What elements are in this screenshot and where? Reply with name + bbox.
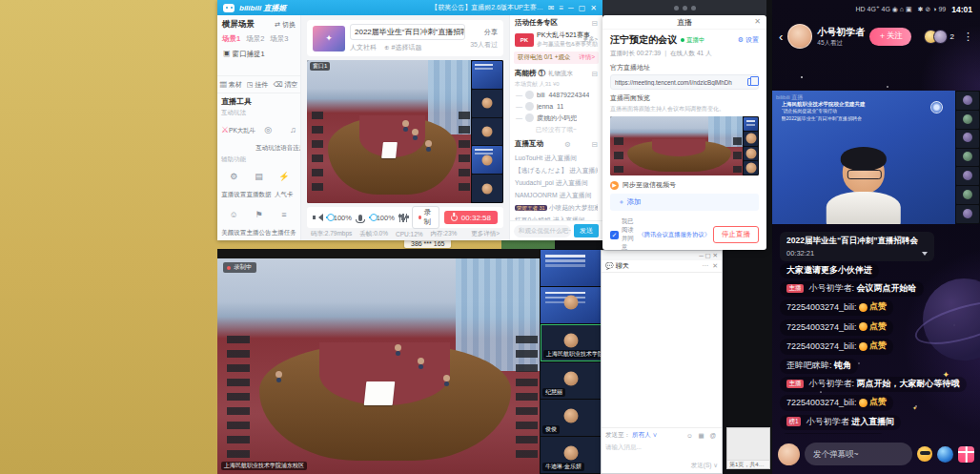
scene-action-button[interactable]: ▦ 素材 <box>220 80 242 90</box>
participant-tile <box>472 90 502 117</box>
tool-button[interactable]: ▤直播数据 <box>246 166 271 200</box>
chat-send-button[interactable]: 发送(S) ∨ <box>605 462 718 470</box>
online-viewers[interactable]: 2 <box>924 30 958 44</box>
room-title: 2022届毕业生“百日冲刺”直播招聘会 <box>786 236 928 247</box>
gear-icon[interactable]: ⚙ <box>564 140 571 149</box>
dialog-close-icon[interactable]: ✕ <box>754 17 761 26</box>
topic-tag[interactable]: ⊕ #选择话题 <box>384 43 421 52</box>
send-to-label: 发送至： <box>605 431 630 440</box>
microphone-icon[interactable] <box>358 215 362 221</box>
tool-button[interactable]: ⚡人气卡 <box>272 166 296 200</box>
back-icon[interactable]: ‹ <box>779 30 783 44</box>
pk-event-banner[interactable]: PK PK大乱斗521赛事 参与赢流量包&赛事奖励 更多> <box>510 30 602 50</box>
room-title-input[interactable]: 2022届毕业生“百日冲刺”直播招聘会 <box>350 24 465 40</box>
scene-switch-button[interactable]: ⇄ 切换 <box>275 20 296 30</box>
rank-row: —虞姚的小码兜 <box>510 112 602 124</box>
tool-button[interactable]: ≡主播任务 <box>272 204 296 238</box>
add-button[interactable]: ＋ 添加 <box>610 194 759 211</box>
scene-tab[interactable]: 场景2 <box>246 34 264 44</box>
streamer-avatar[interactable] <box>787 24 812 49</box>
meeting-id-toolbar[interactable]: 386 *** 165 <box>404 239 451 248</box>
emoji-icon[interactable] <box>917 446 932 462</box>
scene-action-button[interactable]: ⌫ 清空 <box>274 80 298 90</box>
interactive-orb-icon[interactable] <box>937 446 953 463</box>
mixer-icon[interactable] <box>399 214 408 222</box>
collapse-icon[interactable]: ⊟ <box>592 140 598 149</box>
speaker-video: 上海民航职业技术学院校企党建共建 “访企拓岗促就业”专项行动 暨2022届毕业生… <box>772 91 955 224</box>
send-button[interactable]: 发送 <box>574 224 599 237</box>
window-controls[interactable]: ─ ▢ ✕ <box>602 251 722 260</box>
danmaku-input[interactable]: 发个弹幕呗~ <box>805 443 912 465</box>
minimize-button[interactable]: ─ <box>568 4 574 12</box>
participant-tile[interactable] <box>541 287 602 323</box>
participant-avatar <box>564 372 579 386</box>
tool-icon: ⚑ <box>255 210 262 219</box>
banner-more-link[interactable]: 更多> <box>582 35 598 44</box>
kebab-menu-icon[interactable]: ⋮ <box>963 31 973 43</box>
stop-stream-button[interactable]: 00:32:58 <box>444 211 498 224</box>
gift-flow-label[interactable]: 礼物流水 <box>548 70 573 78</box>
stop-live-button[interactable]: 停止直播 <box>713 226 759 243</box>
room-cover-image[interactable] <box>313 26 345 52</box>
participant-tile[interactable]: 牛迪琳·金乐妍 <box>541 437 602 473</box>
collapse-icon[interactable]: ⊟ <box>592 19 598 28</box>
tool-button[interactable]: ♫语音连麦 <box>280 119 301 154</box>
like-emote: 点赞 <box>859 301 887 313</box>
room-info-card[interactable]: 2022届毕业生“百日冲刺”直播招聘会 00:32:21 <box>780 232 934 261</box>
follow-button[interactable]: ＋关注 <box>869 28 911 46</box>
window-behind-strip <box>602 0 766 15</box>
send-to-select[interactable]: 所有人 ∨ <box>632 431 658 440</box>
chevron-down-icon[interactable] <box>922 252 928 256</box>
compose-icons[interactable]: ☺ ▦ @ <box>686 432 718 440</box>
scene-tab[interactable]: 场景1 <box>222 34 240 44</box>
live-url[interactable]: https://meeting.tencent.com/l/ndzicBqlMh… <box>615 79 745 86</box>
speaker-icon[interactable] <box>313 214 321 222</box>
agree-text: 我已阅读并同意 <box>622 217 635 250</box>
danmaku-input[interactable]: 和观众侃侃什么吧~ <box>514 225 571 237</box>
chat-close-icon[interactable]: ✕ <box>712 262 718 270</box>
announcement-marquee[interactable]: 【获奖公告】直播姬2.6版本UP主赛… <box>431 3 542 12</box>
tool-button[interactable]: ☺美颜设置 <box>221 204 246 238</box>
mic-volume-slider[interactable] <box>369 216 372 218</box>
more-details-link[interactable]: 更多详情> <box>471 230 500 238</box>
maximize-button[interactable]: ▢ <box>579 4 586 12</box>
participant-tile[interactable] <box>541 250 602 286</box>
tool-button[interactable]: ⚔PK大乱斗 <box>221 119 255 154</box>
scene-action-button[interactable]: ◳ 挂件 <box>247 80 269 90</box>
scene-tab[interactable]: 场景3 <box>270 34 288 44</box>
chat-input[interactable]: 请输入消息... <box>605 443 718 452</box>
gift-icon[interactable] <box>958 446 974 463</box>
rank-title: 高能榜 ① <box>515 69 545 78</box>
speaker-volume-slider[interactable] <box>326 216 329 218</box>
close-button[interactable]: ✕ <box>590 4 597 12</box>
source-item-window-capture[interactable]: ▣ 窗口捕捉1 <box>217 46 300 63</box>
menu-icon[interactable]: ≡ <box>559 4 563 12</box>
live-video-player[interactable]: bilibili 直播 上海民航职业技术学院校企党建共建 “访企拓岗促就业”专项… <box>772 91 980 224</box>
collapse-icon[interactable]: ⊟ <box>592 70 598 78</box>
chat-more-icon[interactable]: ⋯ <box>702 262 708 270</box>
tool-button[interactable]: ⚑主播公告 <box>246 204 271 238</box>
stream-preview-canvas[interactable]: 窗口1 <box>307 60 503 203</box>
record-dot-icon <box>419 216 420 219</box>
settings-link[interactable]: ⚙ 设置 <box>738 35 759 45</box>
tool-button[interactable]: ⚙直播设置 <box>221 166 246 200</box>
recording-dot-icon <box>227 266 231 270</box>
participant-tile-active[interactable]: 上海民航职业技术学院 <box>541 324 602 362</box>
participant-tile[interactable]: 纪慧丽 <box>541 362 602 399</box>
share-button[interactable]: 分享 <box>470 28 498 37</box>
power-icon <box>451 215 458 221</box>
chat-message-area[interactable] <box>602 273 722 427</box>
battery-detail-link[interactable]: 详情> <box>579 53 595 62</box>
participant-tile[interactable]: 俊俊 <box>541 400 602 436</box>
tool-button[interactable]: ◎互动玩法 <box>255 119 280 154</box>
mail-icon[interactable]: ✉ <box>548 4 555 12</box>
danmaku-chat-list[interactable]: 大家邀请更多小伙伴进 主播 小号初学者: 会议两点开始哈 <box>780 263 976 434</box>
agreement-link[interactable]: 《腾讯会议直播服务协议》 <box>638 231 710 239</box>
record-button[interactable]: 录制 <box>412 206 439 229</box>
copy-icon[interactable] <box>747 78 754 86</box>
category-tag[interactable]: 人文社科 <box>350 43 377 52</box>
agree-checkbox[interactable] <box>610 231 619 239</box>
meeting-main-video[interactable]: 录制中 上海民航职业技术学院浦东校区 <box>217 249 540 474</box>
my-avatar[interactable] <box>778 443 800 465</box>
tool-icon: ≡ <box>281 210 286 219</box>
